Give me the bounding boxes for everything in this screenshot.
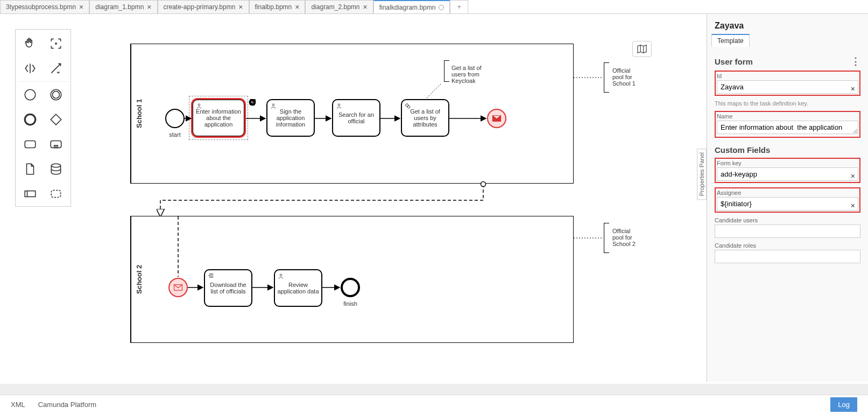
field-candroles-group: Candidate roles bbox=[715, 242, 860, 263]
close-icon[interactable]: × bbox=[295, 3, 299, 11]
candusers-label: Candidate users bbox=[715, 217, 860, 223]
candroles-label: Candidate roles bbox=[715, 242, 860, 249]
template-tab[interactable]: Template bbox=[711, 34, 750, 47]
data-store-tool-icon[interactable] bbox=[46, 159, 66, 179]
formkey-label: Form key bbox=[717, 160, 858, 166]
svg-rect-8 bbox=[25, 191, 36, 197]
close-icon[interactable]: × bbox=[147, 3, 151, 11]
close-icon[interactable]: × bbox=[79, 3, 83, 11]
message-flow[interactable] bbox=[150, 184, 494, 216]
tab-5[interactable]: finalkdiagram.bpmn bbox=[373, 0, 450, 13]
text-annotation[interactable]: Official pool for School 2 bbox=[610, 226, 643, 249]
pool-school-2[interactable]: School 2 Download the list of officials … bbox=[130, 216, 574, 343]
annotation-bracket bbox=[604, 223, 609, 253]
space-tool-icon[interactable] bbox=[20, 59, 40, 78]
data-object-tool-icon[interactable] bbox=[20, 159, 40, 179]
gateway-tool-icon[interactable] bbox=[46, 110, 66, 129]
svg-rect-4 bbox=[25, 141, 36, 148]
svg-rect-9 bbox=[51, 191, 60, 198]
footer-bar: XML Camunda Platform Log bbox=[0, 395, 868, 414]
connect-tool-icon[interactable] bbox=[46, 59, 66, 78]
id-label: Id bbox=[717, 73, 858, 79]
tab-2[interactable]: create-app-primary.bpmn× bbox=[158, 0, 249, 13]
properties-panel-toggle[interactable]: Properties Panel bbox=[697, 149, 707, 200]
clear-icon[interactable]: × bbox=[851, 85, 855, 93]
svg-point-7 bbox=[51, 164, 60, 167]
clear-icon[interactable]: × bbox=[851, 172, 855, 180]
xml-tab[interactable]: XML bbox=[11, 401, 25, 409]
section-custom-fields: Custom Fields bbox=[715, 145, 770, 155]
candusers-input[interactable] bbox=[715, 224, 860, 238]
candroles-input[interactable] bbox=[715, 250, 860, 263]
field-assignee-group: Assignee × bbox=[715, 187, 860, 213]
sequence-flows bbox=[147, 216, 572, 343]
tab-4[interactable]: diagram_2.bpmn× bbox=[305, 0, 373, 13]
tab-bar: 3typessubprocess.bpmn× diagram_1.bpmn× c… bbox=[0, 0, 868, 14]
task-tool-icon[interactable] bbox=[20, 135, 40, 154]
group-tool-icon[interactable] bbox=[46, 184, 66, 204]
section-user-form: User form bbox=[715, 57, 753, 66]
field-id-group: Id × bbox=[715, 71, 860, 96]
hand-tool-icon[interactable] bbox=[20, 34, 40, 53]
annotation-bracket bbox=[604, 62, 609, 93]
svg-point-3 bbox=[25, 114, 36, 125]
log-button[interactable]: Log bbox=[830, 397, 857, 412]
svg-line-24 bbox=[427, 83, 442, 98]
pool-tool-icon[interactable] bbox=[20, 184, 40, 204]
id-input[interactable] bbox=[717, 80, 858, 94]
id-help: This maps to the task definition key. bbox=[715, 100, 860, 107]
field-name-group: Name bbox=[715, 111, 860, 138]
close-icon[interactable]: × bbox=[238, 3, 243, 11]
pool-label: School 2 bbox=[131, 216, 147, 342]
name-label: Name bbox=[717, 113, 858, 120]
start-event-tool-icon[interactable] bbox=[20, 85, 40, 104]
tab-1[interactable]: diagram_1.bpmn× bbox=[89, 0, 157, 13]
minimap-toggle-button[interactable] bbox=[632, 41, 652, 57]
svg-point-2 bbox=[53, 92, 60, 99]
name-input[interactable] bbox=[717, 121, 858, 134]
properties-panel: Zayava Template User form ⋮ Id × This ma… bbox=[707, 15, 868, 382]
assignee-label: Assignee bbox=[717, 190, 858, 196]
platform-tab[interactable]: Camunda Platform bbox=[38, 401, 96, 409]
assignee-input[interactable] bbox=[717, 197, 858, 210]
text-annotation[interactable]: Official pool for School 1 bbox=[610, 65, 643, 89]
tab-3[interactable]: finalbp.bpmn× bbox=[249, 0, 306, 13]
sequence-flows bbox=[147, 44, 572, 184]
add-tab-button[interactable]: + bbox=[450, 0, 468, 13]
subprocess-tool-icon[interactable] bbox=[46, 135, 66, 154]
intermediate-event-tool-icon[interactable] bbox=[46, 85, 66, 104]
field-formkey-group: Form key × bbox=[715, 158, 860, 183]
end-event-tool-icon[interactable] bbox=[20, 110, 40, 129]
field-candusers-group: Candidate users bbox=[715, 217, 860, 238]
modified-indicator-icon bbox=[439, 5, 444, 10]
lasso-tool-icon[interactable] bbox=[46, 34, 66, 53]
pool-school-1[interactable]: School 1 start Enter information about t… bbox=[130, 44, 574, 184]
clear-icon[interactable]: × bbox=[851, 201, 855, 210]
formkey-input[interactable] bbox=[717, 167, 858, 181]
tab-0[interactable]: 3typessubprocess.bpmn× bbox=[0, 0, 89, 13]
kebab-menu-icon[interactable]: ⋮ bbox=[851, 55, 860, 67]
props-title: Zayava bbox=[707, 15, 868, 34]
close-icon[interactable]: × bbox=[363, 3, 368, 11]
svg-point-0 bbox=[25, 89, 36, 100]
tool-palette bbox=[15, 29, 71, 207]
pool-label: School 1 bbox=[131, 44, 147, 183]
